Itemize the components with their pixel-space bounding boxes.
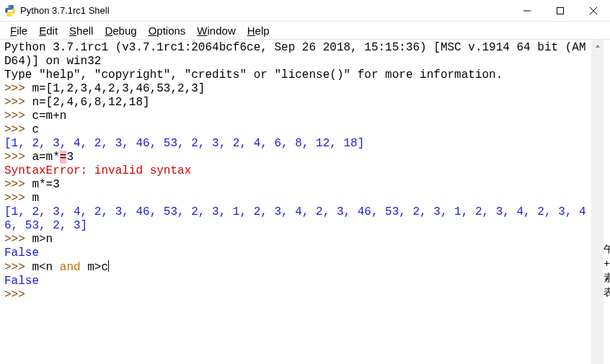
menu-options-accel: O [149, 25, 157, 37]
input-line-3: c=m+n [32, 110, 66, 123]
sliver-char: 表 [604, 285, 610, 299]
adjacent-window-sliver: 午 + 素 表 [604, 40, 610, 364]
vertical-scrollbar[interactable] [591, 40, 604, 364]
shell-console[interactable]: Python 3.7.1rc1 (v3.7.1rc1:2064bcf6ce, S… [0, 40, 591, 364]
menu-file[interactable]: File [4, 23, 33, 38]
prompt: >>> [4, 178, 32, 191]
prompt: >>> [4, 123, 32, 136]
input-line-8: m>n [32, 233, 53, 246]
prompt: >>> [4, 233, 32, 246]
scrollbar-up-icon[interactable] [591, 40, 604, 52]
sliver-char: 素 [604, 270, 610, 285]
sliver-char: 午 [604, 241, 610, 256]
svg-rect-3 [557, 7, 564, 14]
input-line-7: m [32, 192, 39, 205]
sliver-char: + [604, 256, 610, 270]
banner-line-1: Python 3.7.1rc1 (v3.7.1rc1:2064bcf6ce, S… [4, 41, 586, 68]
output-m: [1, 2, 3, 4, 2, 3, 46, 53, 2, 3, 1, 2, 3… [4, 205, 586, 232]
prompt: >>> [4, 261, 32, 274]
menu-options[interactable]: Options [143, 23, 192, 38]
menu-shell-accel: S [69, 25, 76, 37]
menu-shell-rest: hell [76, 25, 93, 37]
menu-help[interactable]: Help [242, 23, 275, 38]
content-area: Python 3.7.1rc1 (v3.7.1rc1:2064bcf6ce, S… [0, 39, 610, 364]
menu-edit-accel: E [39, 25, 46, 37]
menu-debug-rest: ebug [112, 25, 136, 37]
input-line-9a: m<n [32, 261, 59, 274]
input-line-5a: a=m* [32, 151, 59, 164]
prompt: >>> [4, 192, 32, 205]
syntax-error-highlight: = [60, 151, 67, 164]
keyword-and: and [60, 261, 81, 274]
close-button[interactable] [577, 0, 610, 22]
menu-file-rest: ile [17, 25, 27, 37]
menu-help-accel: H [247, 25, 255, 37]
window-title: Python 3.7.1rc1 Shell [20, 5, 110, 16]
input-line-9b: m>c [81, 261, 108, 274]
prompt: >>> [4, 151, 32, 164]
input-line-1: m=[1,2,3,4,2,3,46,53,2,3] [32, 82, 205, 95]
input-line-4: c [32, 123, 39, 136]
svg-point-0 [9, 5, 9, 6]
minimize-button[interactable] [510, 0, 544, 22]
input-line-2: n=[2,4,6,8,12,18] [32, 96, 149, 109]
menu-edit[interactable]: Edit [33, 23, 63, 38]
input-line-6: m*=3 [32, 178, 59, 191]
output-false-1: False [4, 247, 39, 259]
menu-shell[interactable]: Shell [63, 23, 99, 38]
banner-line-2: Type "help", "copyright", "credits" or "… [4, 68, 503, 81]
menu-edit-rest: dit [46, 25, 58, 37]
prompt: >>> [4, 110, 32, 123]
svg-point-1 [11, 14, 12, 15]
menu-help-rest: elp [255, 25, 270, 37]
output-c: [1, 2, 3, 4, 2, 3, 46, 53, 2, 3, 2, 4, 6… [4, 137, 364, 150]
menu-file-accel: F [10, 25, 17, 37]
menu-bar: File Edit Shell Debug Options Window Hel… [0, 22, 610, 39]
menu-debug[interactable]: Debug [99, 23, 142, 38]
menu-window-rest: indow [208, 25, 236, 37]
prompt: >>> [4, 82, 32, 95]
maximize-button[interactable] [544, 0, 577, 22]
input-line-5b: 3 [66, 151, 74, 164]
menu-window[interactable]: Window [191, 23, 241, 38]
python-app-icon [4, 5, 16, 17]
output-syntax-error: SyntaxError: invalid syntax [4, 164, 191, 177]
title-bar: Python 3.7.1rc1 Shell [0, 0, 610, 22]
menu-debug-accel: D [105, 25, 112, 37]
menu-window-accel: W [197, 25, 207, 37]
prompt: >>> [4, 288, 32, 301]
text-cursor [108, 260, 109, 272]
prompt: >>> [4, 96, 32, 109]
output-false-2: False [4, 275, 39, 288]
menu-options-rest: ptions [156, 25, 185, 37]
